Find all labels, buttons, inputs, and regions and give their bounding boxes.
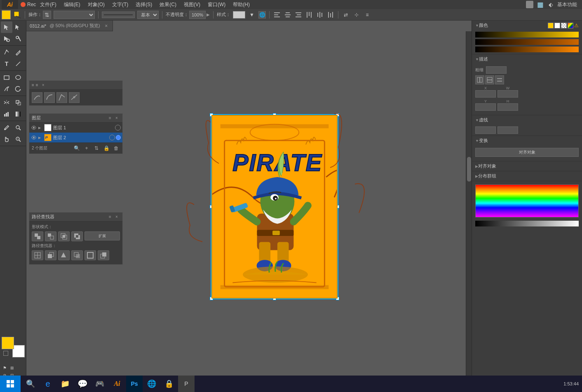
style-dropdown[interactable]: ▼ <box>248 11 256 19</box>
search-tool[interactable]: + <box>12 133 24 145</box>
ellipse-tool[interactable] <box>12 72 24 83</box>
align-3[interactable] <box>294 11 303 19</box>
opacity-input[interactable] <box>189 11 206 19</box>
layer-1-expand[interactable]: ▶ <box>38 126 42 130</box>
color-spectrum-small[interactable] <box>568 23 573 28</box>
more-icon[interactable]: ≡ <box>363 11 371 19</box>
taskbar-explorer[interactable]: 📁 <box>57 376 73 392</box>
menu-icon-3[interactable]: ⬖ <box>547 0 555 9</box>
curve-btn-3[interactable] <box>56 92 67 103</box>
align-btn-1[interactable] <box>475 75 484 84</box>
layer-2-circle[interactable] <box>109 135 115 140</box>
weight-input[interactable] <box>486 66 507 74</box>
stroke-select[interactable]: 基本 <box>137 11 159 19</box>
layer-2-expand[interactable]: ▶ <box>38 136 42 140</box>
color-gradient-bar[interactable] <box>475 32 579 37</box>
taskbar-game[interactable]: 🎮 <box>92 376 108 392</box>
rectangle-tool[interactable] <box>1 72 12 83</box>
apply-transform-btn[interactable]: 对齐对象 <box>475 148 579 157</box>
transform-icon[interactable]: ⊹ <box>352 11 361 19</box>
alignment-section-header[interactable]: ▼ 变换 <box>472 136 582 145</box>
web-icon[interactable]: 🌐 <box>258 11 266 19</box>
panel-layers-close[interactable]: × <box>113 115 120 121</box>
none-indicator[interactable] <box>3 351 8 356</box>
pf-merge[interactable] <box>58 250 70 260</box>
y-field[interactable] <box>475 103 496 111</box>
shape-expand[interactable]: 扩展 <box>84 231 120 240</box>
menu-icon-1[interactable] <box>526 1 533 8</box>
layers-delete-btn[interactable]: 🗑 <box>113 145 120 152</box>
taskbar-start[interactable] <box>0 376 21 392</box>
zoom-tool[interactable] <box>12 122 24 133</box>
taskbar-ai[interactable]: Ai <box>109 376 125 392</box>
group-select-tool[interactable] <box>1 33 12 44</box>
gradient-tool[interactable] <box>12 108 24 120</box>
vscrollbar-thumb[interactable] <box>467 157 471 182</box>
layer-1-visibility[interactable] <box>31 125 37 131</box>
layer-2-visibility[interactable] <box>31 135 37 140</box>
w-field[interactable] <box>498 90 518 98</box>
graph-tool[interactable] <box>1 108 12 120</box>
description-section-header[interactable]: ▼ 描述 <box>472 54 582 64</box>
dash-input-1[interactable] <box>475 126 496 134</box>
virtual-section-header[interactable]: ▼ 虚线 <box>472 115 582 125</box>
menu-window[interactable]: 窗口(W) <box>204 0 229 9</box>
layers-lock-btn[interactable]: 🔒 <box>103 145 110 152</box>
panel-curves-collapse[interactable]: × <box>40 82 47 89</box>
shape-exclude[interactable] <box>71 231 83 241</box>
menu-icon-2[interactable]: ▦ <box>536 0 544 9</box>
pen-tool[interactable] <box>1 47 12 58</box>
style-preview[interactable] <box>233 11 245 19</box>
align-btn-2[interactable] <box>485 75 494 84</box>
taskbar-ie[interactable]: e <box>40 376 56 392</box>
align-5[interactable] <box>316 11 324 19</box>
direct-select-tool[interactable] <box>12 21 24 33</box>
panel-pathfinder-header[interactable]: 路径查找器 ≡ × <box>29 212 122 222</box>
menu-select[interactable]: 选择(S) <box>132 0 155 9</box>
layer-1-item[interactable]: ▶ 图层 1 <box>29 123 122 133</box>
align-2[interactable] <box>284 11 292 19</box>
pf-minus-back[interactable] <box>98 250 109 260</box>
layer-1-circle[interactable] <box>115 125 121 131</box>
layers-search-btn[interactable]: 🔍 <box>73 145 80 152</box>
align-4[interactable] <box>305 11 313 19</box>
color-gradient-bar-2[interactable] <box>475 39 579 45</box>
operation-select[interactable] <box>54 11 95 19</box>
taskbar-vpn[interactable]: 🔒 <box>161 376 177 392</box>
pf-divide[interactable] <box>32 250 43 260</box>
menu-edit[interactable]: 编辑(E) <box>61 0 84 9</box>
menu-help[interactable]: 帮助(H) <box>230 0 253 9</box>
taskbar-wechat[interactable]: 💬 <box>74 376 91 392</box>
color-none-small[interactable] <box>561 23 567 28</box>
bg-color-box[interactable] <box>12 345 25 357</box>
menu-text[interactable]: 文字(T) <box>109 0 131 9</box>
menu-file[interactable]: 文件(F) <box>37 0 59 9</box>
menu-view[interactable]: 视图(V) <box>181 0 204 9</box>
curve-btn-4[interactable] <box>69 92 80 103</box>
pf-crop[interactable] <box>71 250 83 260</box>
line-tool[interactable] <box>12 58 24 70</box>
panel-pathfinder-close[interactable]: × <box>113 214 120 220</box>
shape-intersect[interactable] <box>58 231 70 241</box>
shape-minus-front[interactable] <box>45 231 56 241</box>
menu-object[interactable]: 对象(O) <box>84 0 108 9</box>
pf-trim[interactable] <box>45 250 56 260</box>
layers-add-btn[interactable]: + <box>83 145 90 152</box>
scale-tool[interactable] <box>12 97 24 108</box>
switch-icon[interactable]: ⇄ <box>342 11 350 19</box>
taskbar-ps[interactable]: Ps <box>126 376 143 392</box>
h-field[interactable] <box>498 103 518 111</box>
dash-input-2[interactable] <box>498 126 518 134</box>
tool-fill-color[interactable] <box>2 10 11 19</box>
artboard-tool[interactable]: ⊞ <box>9 365 15 371</box>
align-objects-header[interactable]: ▶ 对齐对象 <box>472 161 582 171</box>
curve-btn-2[interactable] <box>44 92 55 103</box>
layers-arrange-btn[interactable]: ⇅ <box>93 145 100 152</box>
layer-2-item[interactable]: ▶ P 图层 2 <box>29 133 122 142</box>
color-section-header[interactable]: ▼ 颜色 ⚠ <box>472 21 582 30</box>
pencil-tool[interactable] <box>12 47 24 58</box>
menu-effect[interactable]: 效果(C) <box>156 0 180 9</box>
eyedropper-tool[interactable] <box>1 122 12 133</box>
align-btn-3[interactable] <box>495 75 504 84</box>
distribute-header[interactable]: ▶ 分布群组 <box>472 171 582 181</box>
